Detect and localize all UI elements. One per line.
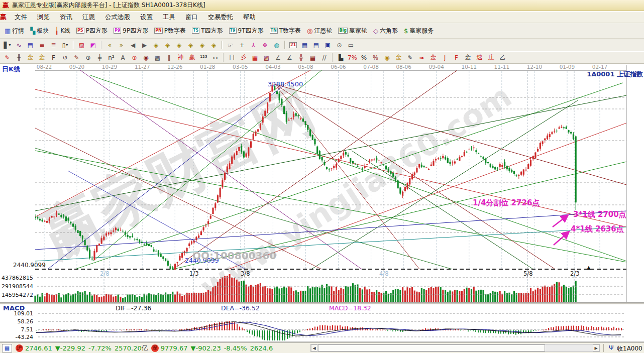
statusbar-separator xyxy=(603,344,604,352)
macd-hist-value: MACD=18.32 xyxy=(329,304,371,312)
sz-turnover: 2624.6 xyxy=(250,344,273,352)
low-axis-label: 2440.9099 xyxy=(13,262,46,269)
date-tick-11-27: 11-27 xyxy=(133,64,151,70)
shanghai-badge-icon: 沪 xyxy=(16,344,23,352)
annotation-quarter-level: 1/4分割位 2726点 xyxy=(473,198,540,208)
macd-axis-label: -43.24 xyxy=(0,334,33,340)
app-window: 赢 赢家江恩专业版[赢家内部服务平台] - [上证指数 SH1A0001-378… xyxy=(0,0,644,353)
gann-fraction-1-3: 1/3 xyxy=(189,270,199,277)
date-tick-10-11: 10-11 xyxy=(460,64,478,70)
date-tick-11-11: 11-11 xyxy=(493,64,511,70)
gann-fraction-2-8: 2/8 xyxy=(100,270,110,277)
sz-change-pct: -8.45% xyxy=(224,344,247,352)
shenzhen-badge-icon: 深 xyxy=(151,344,159,352)
market-grid-icon[interactable]: ▦ xyxy=(2,344,12,352)
date-tick-01-28: 01-28 xyxy=(198,64,217,70)
sh-change-pct: -7.72% xyxy=(88,344,112,352)
volume-axis-label: 291908544 xyxy=(0,283,33,290)
date-tick-08-22: 08-22 xyxy=(35,64,53,70)
date-tick-08-06: 08-06 xyxy=(395,64,413,70)
horizontal-scrollbar[interactable]: ◀ ▶ xyxy=(310,344,600,352)
macd-axis-label: 7.51 xyxy=(0,326,33,333)
date-tick-09-04: 09-04 xyxy=(427,64,446,70)
sh-turnover-unit: 亿 xyxy=(142,343,148,352)
annotation-4x1-line: 4*1线 2636点 xyxy=(571,224,624,234)
gann-fraction-4-8: 4/8 xyxy=(379,270,389,277)
sh-index-value: 2746.61 xyxy=(25,344,52,352)
sh-change-value: ▼-229.92 xyxy=(55,344,85,352)
sz-index-value: 9779.67 xyxy=(161,344,188,352)
time-marker-triangle: ▲ xyxy=(587,265,591,270)
connection-icon: Ψ xyxy=(609,344,613,351)
gann-fraction-3-8: 3/8 xyxy=(241,270,250,277)
date-tick-06-06: 06-06 xyxy=(330,64,348,70)
gann-fraction-5-8: 5/8 xyxy=(523,270,533,277)
date-tick-04-03: 04-03 xyxy=(264,64,282,70)
low-point-label: 2440.9099 xyxy=(185,257,219,264)
macd-dea-value: DEA=-36.52 xyxy=(221,304,260,312)
sz-change-value: ▼-902.23 xyxy=(190,344,221,352)
macd-axis-label: 58.26 xyxy=(0,318,33,325)
date-tick-12-26: 12-26 xyxy=(166,64,184,70)
gann-fraction-2-3: 2/3 xyxy=(570,270,580,277)
scroll-right-icon[interactable]: ▶ xyxy=(593,344,599,351)
date-tick-09-20: 09-20 xyxy=(68,64,86,70)
volume-axis-label: 145954272 xyxy=(0,292,33,298)
symbol-label: 1A0001 上证指数 xyxy=(587,70,643,79)
sh-turnover: 2570.20 xyxy=(115,344,142,352)
date-tick-02-17: 02-17 xyxy=(591,64,609,70)
macd-dif-value: DIF=-27.36 xyxy=(116,304,151,312)
date-tick-01-09: 01-09 xyxy=(558,64,576,70)
period-label: 日K线 xyxy=(2,65,20,74)
date-tick-12-10: 12-10 xyxy=(525,64,544,70)
date-tick-05-08: 05-08 xyxy=(296,64,314,70)
date-tick-07-08: 07-08 xyxy=(362,64,380,70)
chart-canvas[interactable] xyxy=(0,0,644,353)
date-tick-03-05: 03-05 xyxy=(231,64,249,70)
date-tick-10-29: 10-29 xyxy=(100,64,119,70)
annotation-3x1-line: 3*1线 2700点 xyxy=(573,210,626,219)
status-bar: ▦ 沪 2746.61 ▼-229.92 -7.72% 2570.20 亿 深 … xyxy=(0,342,644,353)
scroll-left-icon[interactable]: ◀ xyxy=(311,344,317,351)
macd-axis-label: 109.01 xyxy=(0,310,33,317)
peak-price-label: 3288.4500 xyxy=(268,80,303,88)
active-symbol-label: 收1A000 xyxy=(617,344,644,353)
volume-axis-label: 437862815 xyxy=(0,275,33,281)
scrollbar-thumb[interactable] xyxy=(318,344,545,351)
